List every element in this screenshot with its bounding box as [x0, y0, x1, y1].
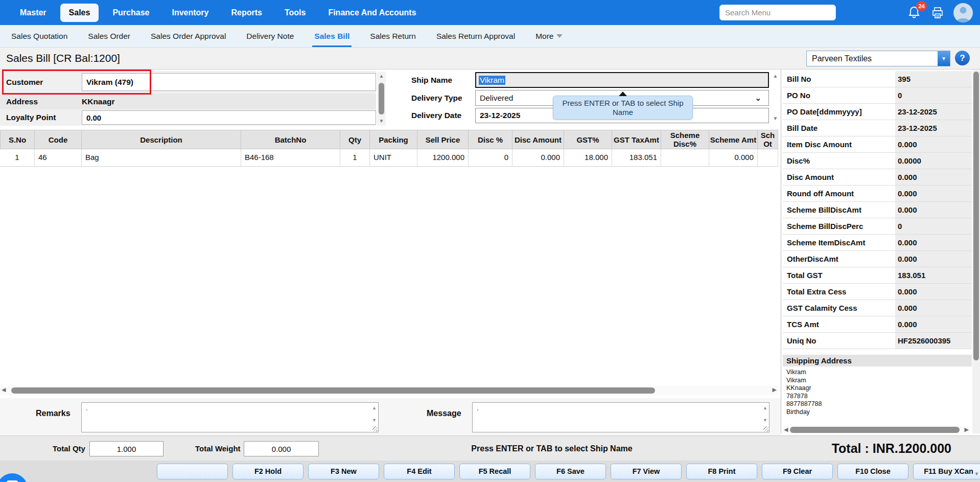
ship-name-input[interactable]: Vikram	[475, 72, 769, 88]
loyalty-point-input[interactable]	[82, 110, 376, 125]
cell-s-no[interactable]: 1	[0, 149, 35, 167]
cell-scheme-amt[interactable]: 0.000	[709, 149, 758, 167]
menu-item-inventory[interactable]: Inventory	[163, 4, 217, 22]
tab-sales-bill[interactable]: Sales Bill	[314, 25, 349, 47]
cell-sch-ot[interactable]	[758, 149, 778, 167]
fn-button-f3-new[interactable]: F3 New	[308, 464, 379, 479]
fn-button-f4-edit[interactable]: F4 Edit	[384, 464, 455, 479]
print-button[interactable]	[930, 5, 945, 20]
shipping-address-line: 787878	[786, 393, 970, 401]
tab-sales-order-approval[interactable]: Sales Order Approval	[151, 25, 226, 47]
tab-delivery-note[interactable]: Delivery Note	[246, 25, 294, 47]
main-horizontal-scrollbar[interactable]: ◀ ▶	[0, 386, 778, 395]
tooltip-text-line1: Press ENTER or TAB to select Ship	[562, 99, 683, 108]
summary-value-uniq-no: HF2526000395	[895, 333, 972, 349]
remarks-textarea[interactable]: . ▲ ▼	[81, 402, 379, 432]
items-table-row: 146BagB46-1681UNIT1200.00000.00018.00018…	[0, 149, 778, 167]
fn-button-f8-print[interactable]: F8 Print	[686, 464, 757, 479]
tab-sales-return[interactable]: Sales Return	[370, 25, 416, 47]
fn-button-f2-hold[interactable]: F2 Hold	[232, 464, 304, 479]
cell-batchno[interactable]: B46-168	[241, 149, 340, 167]
fn-button-f6-save[interactable]: F6 Save	[535, 464, 606, 479]
cell-packing[interactable]: UNIT	[370, 149, 417, 167]
fn-button-f11-buy-xcan[interactable]: F11 Buy XCan	[913, 464, 980, 479]
scrollbar-thumb[interactable]	[790, 427, 960, 433]
ship-name-selected-text: Vikram	[479, 76, 505, 85]
cell-description[interactable]: Bag	[82, 149, 241, 167]
summary-label-disc-amount: Disc Amount	[783, 169, 895, 185]
scroll-right-icon[interactable]: ▶	[965, 426, 969, 433]
summary-label-po-date-ddmmyyyy: PO Date[ddmmyyyy]	[783, 104, 895, 120]
total-weight-input[interactable]	[244, 441, 319, 456]
summary-row-gst-calamity-cess: GST Calamity Cess0.000	[783, 300, 972, 316]
scroll-up-icon[interactable]: ▲	[377, 73, 386, 80]
address-value: KKnaagr	[82, 94, 115, 109]
cell-gst[interactable]: 18.000	[564, 149, 612, 167]
summary-vertical-scrollbar[interactable]	[972, 70, 980, 433]
fn-button-f9-clear[interactable]: F9 Clear	[762, 464, 833, 479]
resize-grip-icon[interactable]	[763, 426, 768, 431]
scroll-up-icon[interactable]: ▲	[372, 406, 377, 410]
company-selector[interactable]: Parveen Textiles ▼	[806, 51, 950, 66]
menu-item-purchase[interactable]: Purchase	[104, 4, 158, 22]
fn-button-f7-view[interactable]: F7 View	[611, 464, 682, 479]
shipping-address: VikramVikramKKnaagr7878788877887788Birth…	[786, 369, 970, 416]
tab-more[interactable]: More	[535, 25, 563, 47]
scroll-up-icon[interactable]: ▲	[763, 406, 767, 410]
cell-gst-taxamt[interactable]: 183.051	[612, 149, 661, 167]
summary-horizontal-scrollbar[interactable]: ◀ ▶	[783, 426, 970, 433]
summary-label-round-off-amount: Round off Amount	[783, 186, 895, 201]
menu-item-finance-and-accounts[interactable]: Finance And Accounts	[319, 4, 425, 22]
fn-button-f5-recall[interactable]: F5 Recall	[459, 464, 530, 479]
total-qty-input[interactable]	[89, 441, 164, 456]
user-avatar[interactable]	[953, 3, 973, 22]
scrollbar-thumb[interactable]	[973, 72, 979, 360]
customer-input[interactable]	[82, 73, 376, 91]
company-dropdown-arrow-icon[interactable]: ▼	[938, 51, 950, 66]
scroll-down-icon[interactable]: ▼	[763, 418, 767, 423]
cell-disc-amount[interactable]: 0.000	[512, 149, 564, 167]
tab-sales-order[interactable]: Sales Order	[88, 25, 130, 47]
menu-item-tools[interactable]: Tools	[276, 4, 314, 22]
summary-row-scheme-itemdiscamt: Scheme ItemDiscAmt0.000	[783, 235, 972, 251]
address-label: Address	[6, 94, 38, 109]
menu-item-sales[interactable]: Sales	[60, 4, 99, 22]
fn-button-f10-close[interactable]: F10 Close	[837, 464, 908, 479]
select-chevron-icon: ⌄	[755, 94, 761, 103]
cell-disc[interactable]: 0	[469, 149, 512, 167]
scroll-down-icon[interactable]: ▼	[974, 471, 979, 476]
cell-sell-price[interactable]: 1200.000	[417, 149, 469, 167]
scroll-down-icon[interactable]: ▼	[771, 115, 780, 122]
scroll-up-icon[interactable]: ▲	[771, 73, 780, 80]
search-input[interactable]	[719, 5, 836, 20]
scrollbar-thumb[interactable]	[11, 387, 655, 394]
scroll-left-icon[interactable]: ◀	[784, 426, 788, 433]
notifications-button[interactable]: 24	[906, 5, 922, 20]
customer-form-scrollbar[interactable]: ▲ ▼	[377, 72, 386, 126]
scroll-left-icon[interactable]: ◀	[2, 386, 6, 393]
menu-item-reports[interactable]: Reports	[222, 4, 270, 22]
tab-sales-return-approval[interactable]: Sales Return Approval	[436, 25, 515, 47]
menu-item-master[interactable]: Master	[11, 4, 55, 22]
cell-scheme-disc[interactable]	[661, 149, 709, 167]
tab-sales-quotation[interactable]: Sales Quotation	[11, 25, 67, 47]
remarks-label: Remarks	[36, 409, 71, 418]
ship-name-tooltip: Press ENTER or TAB to select Ship Name	[553, 96, 693, 120]
cell-qty[interactable]: 1	[340, 149, 370, 167]
sales-subnav: Sales QuotationSales OrderSales Order Ap…	[0, 25, 980, 48]
totals-bar: Total Qty Total Weight Press ENTER or TA…	[0, 435, 980, 461]
help-button[interactable]: ?	[955, 51, 970, 65]
scrollbar-thumb[interactable]	[379, 83, 384, 114]
customer-row: Customer	[0, 71, 376, 94]
resize-grip-icon[interactable]	[372, 426, 378, 431]
column-header-sell-price: Sell Price	[417, 130, 469, 149]
fn-button-blank[interactable]	[157, 464, 228, 479]
summary-value-item-disc-amount: 0.000	[895, 136, 972, 152]
scroll-down-icon[interactable]: ▼	[377, 118, 386, 125]
summary-value-po-date-ddmmyyyy: 23-12-2025	[895, 104, 972, 120]
cell-code[interactable]: 46	[35, 149, 82, 167]
scroll-down-icon[interactable]: ▼	[372, 418, 377, 423]
ship-form-scrollbar[interactable]: ▲ ▼	[771, 72, 780, 123]
message-textarea[interactable]: . ▲ ▼	[472, 402, 769, 432]
scroll-right-icon[interactable]: ▶	[773, 386, 777, 393]
